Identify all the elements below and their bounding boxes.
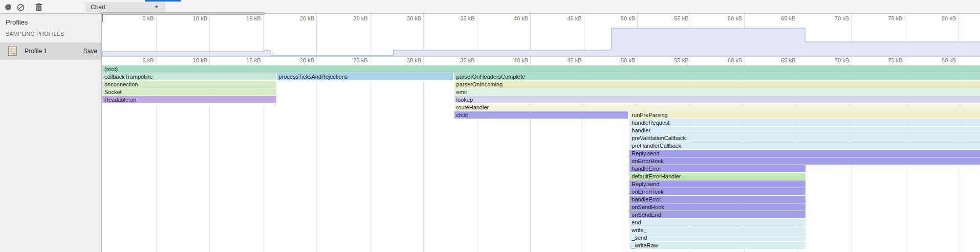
record-heap-profile-button[interactable] (3, 2, 14, 13)
flame-frame[interactable]: Readable.on (102, 96, 276, 103)
flamechart-ruler-tick: 15 kB (230, 57, 261, 63)
overview-ruler-tick: 80 kB (925, 15, 956, 21)
flame-frame[interactable]: handleError (629, 196, 805, 203)
flame-frame[interactable]: callbackTrampoline (102, 73, 276, 80)
clear-icon (17, 4, 25, 11)
flamechart-ruler-tick: 5 kB (123, 57, 154, 63)
toolbar-separator (29, 3, 29, 11)
flamechart-ruler-tick: 60 kB (711, 57, 742, 63)
overview-ruler-tick: 25 kB (337, 15, 368, 21)
gridline (584, 14, 584, 56)
overview-ruler-tick: 15 kB (230, 15, 261, 21)
overview-ruler-tick: 50 kB (604, 15, 635, 21)
overview-ruler-tick: 10 kB (177, 15, 207, 21)
sidebar-item-profile-1[interactable]: % Profile 1 Save (0, 42, 101, 60)
svg-text:%: % (12, 52, 15, 56)
flamechart-ruler-tick: 25 kB (337, 57, 368, 63)
flame-frame[interactable]: _send (629, 234, 805, 241)
toolbar-divider (83, 0, 83, 14)
flame-frame[interactable]: handleError (629, 165, 805, 172)
flamechart-ruler-tick: 50 kB (604, 57, 635, 63)
gridline (530, 14, 531, 56)
flame-frame[interactable]: onconnection (102, 81, 276, 88)
memory-panel: Chart Profiles SAMPLING PROFILES % Profi… (0, 0, 980, 252)
flame-frame[interactable]: onSendHook (629, 203, 805, 211)
flamechart-ruler-tick: 45 kB (551, 57, 582, 63)
gridline (744, 14, 745, 56)
flamechart-ruler-tick: 20 kB (284, 57, 314, 63)
sidebar-title: Profiles (6, 18, 28, 26)
flame-frame[interactable]: (root) (102, 65, 980, 73)
flame-frame[interactable]: preValidationCallback (629, 134, 980, 142)
flame-frame[interactable]: emit (454, 88, 980, 96)
overview-ruler-tick: 60 kB (711, 15, 742, 21)
flame-frame[interactable]: routeHandler (454, 104, 980, 111)
flamechart-ruler-tick: 35 kB (444, 57, 475, 63)
flame-frame[interactable]: onErrorHook (629, 188, 805, 195)
gridline (370, 56, 371, 252)
record-icon (5, 4, 12, 11)
flame-frame[interactable]: Socket (102, 88, 276, 96)
flamechart-ruler-tick: 70 kB (818, 57, 849, 63)
gridline (156, 14, 157, 56)
flame-frame[interactable]: defaultErrorHandler (629, 173, 805, 180)
toolbar: Chart (0, 0, 980, 14)
view-mode-value: Chart (91, 4, 105, 11)
gridline (316, 56, 317, 252)
ruler-origin-marker (102, 14, 103, 22)
flame-frame[interactable]: onErrorHook (629, 157, 980, 165)
flame-frame[interactable]: write_ (629, 226, 805, 234)
gridline (798, 14, 798, 56)
flamechart-ruler-tick: 10 kB (177, 57, 207, 63)
overview-ruler-tick: 75 kB (872, 15, 903, 21)
overview-ruler-tick: 55 kB (658, 15, 689, 21)
flame-frame[interactable]: _writeRaw (629, 242, 805, 249)
flame-frame[interactable]: runPreParsing (629, 111, 980, 119)
clear-profiles-button[interactable] (15, 2, 26, 13)
flame-frame[interactable]: child (454, 111, 628, 119)
flame-frame[interactable]: Reply.send (629, 180, 805, 188)
overview-ruler-tick: 40 kB (497, 15, 528, 21)
heap-profile-icon: % (8, 47, 17, 56)
delete-profile-button[interactable] (33, 2, 45, 13)
flame-frame[interactable]: handler (629, 127, 980, 134)
overview-window-scrollbar[interactable] (100, 12, 265, 15)
overview-ruler-tick: 35 kB (444, 15, 475, 21)
flamechart-ruler-tick: 30 kB (390, 57, 421, 63)
flame-frame[interactable]: parserOnIncoming (454, 81, 980, 88)
gridline (851, 14, 852, 56)
save-profile-link[interactable]: Save (83, 48, 97, 55)
gridline (263, 14, 264, 56)
trash-icon (35, 3, 42, 11)
flamechart-ruler-tick: 75 kB (872, 57, 903, 63)
overview-ruler-tick: 70 kB (818, 15, 849, 21)
gridline (370, 14, 371, 56)
flame-frame[interactable]: Reply.send (629, 150, 980, 157)
flame-frame[interactable]: parserOnHeadersComplete (454, 73, 980, 80)
flame-frame[interactable]: handleRequest (629, 119, 980, 126)
flamechart-ruler-tick: 55 kB (658, 57, 689, 63)
gridline (958, 14, 959, 56)
chevron-down-icon (155, 6, 159, 8)
flame-frame[interactable]: processTicksAndRejections (277, 73, 453, 80)
gridline (209, 14, 210, 56)
gridline (316, 14, 317, 56)
sampling-profiles-heading: SAMPLING PROFILES (6, 31, 64, 37)
overview-ruler-tick: 45 kB (551, 15, 582, 21)
flamechart-ruler-tick: 80 kB (925, 57, 956, 63)
overview-ruler-tick: 5 kB (123, 15, 154, 21)
gridline (423, 56, 424, 252)
selected-tab-underline (145, 0, 181, 2)
flame-frame[interactable]: onSendEnd (629, 211, 805, 218)
flame-frame[interactable]: lookup (454, 96, 980, 103)
gridline (477, 14, 477, 56)
view-mode-select[interactable]: Chart (85, 2, 165, 12)
overview-ruler-tick: 65 kB (765, 15, 796, 21)
overview-ruler-tick: 20 kB (284, 15, 314, 21)
gridline (423, 14, 424, 56)
flamechart-ruler-tick: 40 kB (497, 57, 528, 63)
flame-frame[interactable]: end (629, 219, 805, 226)
profiles-sidebar: Profiles SAMPLING PROFILES % Profile 1 S… (0, 14, 102, 252)
flame-frame[interactable]: preHandlerCallback (629, 142, 980, 149)
overview-ruler-tick: 30 kB (390, 15, 421, 21)
